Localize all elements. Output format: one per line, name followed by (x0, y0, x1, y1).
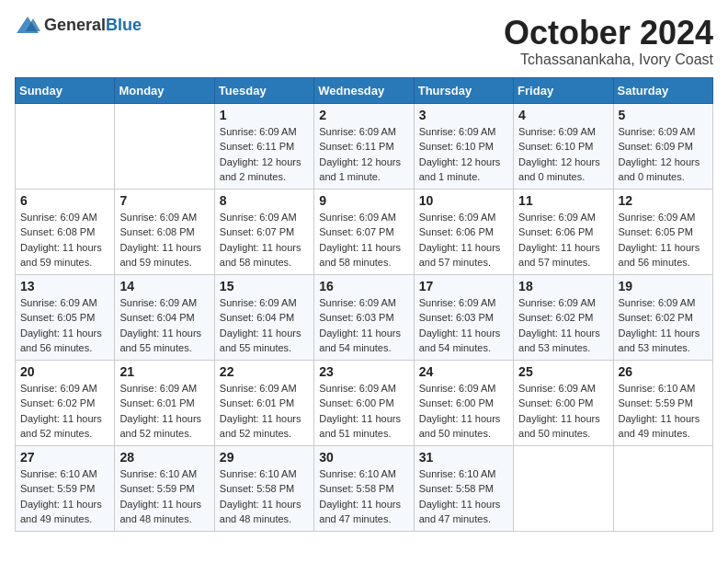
day-info: Sunrise: 6:10 AM Sunset: 5:59 PM Dayligh… (20, 466, 109, 527)
calendar-cell: 17Sunrise: 6:09 AM Sunset: 6:03 PM Dayli… (414, 274, 513, 360)
day-info: Sunrise: 6:09 AM Sunset: 6:10 PM Dayligh… (518, 124, 608, 185)
calendar-cell: 25Sunrise: 6:09 AM Sunset: 6:00 PM Dayli… (514, 360, 613, 445)
weekday-header: Saturday (613, 77, 712, 103)
day-number: 6 (20, 193, 109, 208)
day-info: Sunrise: 6:10 AM Sunset: 5:59 PM Dayligh… (619, 381, 708, 442)
calendar-cell (613, 445, 712, 531)
day-info: Sunrise: 6:09 AM Sunset: 6:00 PM Dayligh… (319, 381, 408, 442)
location-title: Tchassanankaha, Ivory Coast (504, 52, 713, 68)
weekday-header: Tuesday (214, 77, 313, 103)
day-number: 16 (319, 279, 408, 293)
calendar-cell: 22Sunrise: 6:09 AM Sunset: 6:01 PM Dayli… (214, 360, 313, 445)
logo: GeneralBlue (15, 15, 142, 35)
calendar-cell: 4Sunrise: 6:09 AM Sunset: 6:10 PM Daylig… (514, 103, 613, 189)
day-number: 30 (319, 450, 408, 465)
calendar-cell: 5Sunrise: 6:09 AM Sunset: 6:09 PM Daylig… (613, 103, 712, 189)
day-info: Sunrise: 6:09 AM Sunset: 6:03 PM Dayligh… (419, 295, 508, 356)
day-number: 8 (220, 193, 309, 208)
day-info: Sunrise: 6:09 AM Sunset: 6:11 PM Dayligh… (220, 124, 309, 185)
logo-text-general: General (44, 16, 106, 34)
day-info: Sunrise: 6:09 AM Sunset: 6:08 PM Dayligh… (20, 210, 109, 270)
calendar-cell: 14Sunrise: 6:09 AM Sunset: 6:04 PM Dayli… (115, 274, 214, 360)
day-info: Sunrise: 6:09 AM Sunset: 6:01 PM Dayligh… (220, 381, 309, 442)
day-info: Sunrise: 6:09 AM Sunset: 6:06 PM Dayligh… (419, 210, 508, 270)
calendar-cell: 26Sunrise: 6:10 AM Sunset: 5:59 PM Dayli… (613, 360, 712, 445)
title-area: October 2024 Tchassanankaha, Ivory Coast (504, 15, 713, 68)
day-number: 25 (518, 364, 608, 379)
calendar-cell: 2Sunrise: 6:09 AM Sunset: 6:11 PM Daylig… (314, 103, 414, 189)
day-info: Sunrise: 6:09 AM Sunset: 6:08 PM Dayligh… (119, 210, 209, 270)
calendar-cell: 16Sunrise: 6:09 AM Sunset: 6:03 PM Dayli… (314, 274, 414, 360)
day-number: 27 (20, 450, 109, 465)
day-number: 22 (220, 364, 309, 379)
day-number: 10 (419, 193, 508, 208)
day-number: 7 (119, 193, 209, 208)
day-info: Sunrise: 6:09 AM Sunset: 6:07 PM Dayligh… (319, 210, 408, 270)
calendar-header: SundayMondayTuesdayWednesdayThursdayFrid… (16, 77, 713, 103)
weekday-header: Wednesday (314, 77, 414, 103)
month-title: October 2024 (504, 15, 713, 52)
calendar-cell: 23Sunrise: 6:09 AM Sunset: 6:00 PM Dayli… (314, 360, 414, 445)
day-number: 4 (518, 108, 608, 122)
day-number: 21 (119, 364, 209, 379)
calendar-table: SundayMondayTuesdayWednesdayThursdayFrid… (15, 77, 713, 532)
calendar-cell: 15Sunrise: 6:09 AM Sunset: 6:04 PM Dayli… (214, 274, 313, 360)
day-number: 5 (619, 108, 708, 122)
calendar-cell: 8Sunrise: 6:09 AM Sunset: 6:07 PM Daylig… (214, 189, 313, 274)
page-header: GeneralBlue October 2024 Tchassanankaha,… (15, 15, 713, 68)
day-info: Sunrise: 6:10 AM Sunset: 5:58 PM Dayligh… (419, 466, 508, 527)
day-number: 11 (518, 193, 608, 208)
calendar-cell: 9Sunrise: 6:09 AM Sunset: 6:07 PM Daylig… (314, 189, 414, 274)
calendar-week-row: 20Sunrise: 6:09 AM Sunset: 6:02 PM Dayli… (16, 360, 713, 445)
day-number: 13 (20, 279, 109, 293)
day-info: Sunrise: 6:10 AM Sunset: 5:59 PM Dayligh… (119, 466, 209, 527)
day-number: 1 (220, 108, 309, 122)
calendar-cell: 7Sunrise: 6:09 AM Sunset: 6:08 PM Daylig… (115, 189, 214, 274)
calendar-cell (514, 445, 613, 531)
day-info: Sunrise: 6:09 AM Sunset: 6:03 PM Dayligh… (319, 295, 408, 356)
day-number: 19 (619, 279, 708, 293)
calendar-cell: 29Sunrise: 6:10 AM Sunset: 5:58 PM Dayli… (214, 445, 313, 531)
day-info: Sunrise: 6:10 AM Sunset: 5:58 PM Dayligh… (220, 466, 309, 527)
calendar-body: 1Sunrise: 6:09 AM Sunset: 6:11 PM Daylig… (16, 103, 713, 531)
day-info: Sunrise: 6:09 AM Sunset: 6:06 PM Dayligh… (518, 210, 608, 270)
day-number: 17 (419, 279, 508, 293)
calendar-cell (16, 103, 115, 189)
day-info: Sunrise: 6:10 AM Sunset: 5:58 PM Dayligh… (319, 466, 408, 527)
calendar-cell: 21Sunrise: 6:09 AM Sunset: 6:01 PM Dayli… (115, 360, 214, 445)
calendar-week-row: 1Sunrise: 6:09 AM Sunset: 6:11 PM Daylig… (16, 103, 713, 189)
calendar-week-row: 6Sunrise: 6:09 AM Sunset: 6:08 PM Daylig… (16, 189, 713, 274)
calendar-cell: 3Sunrise: 6:09 AM Sunset: 6:10 PM Daylig… (414, 103, 513, 189)
calendar-cell: 30Sunrise: 6:10 AM Sunset: 5:58 PM Dayli… (314, 445, 414, 531)
day-info: Sunrise: 6:09 AM Sunset: 6:04 PM Dayligh… (220, 295, 309, 356)
calendar-cell: 31Sunrise: 6:10 AM Sunset: 5:58 PM Dayli… (414, 445, 513, 531)
day-number: 26 (619, 364, 708, 379)
weekday-row: SundayMondayTuesdayWednesdayThursdayFrid… (16, 77, 713, 103)
calendar-cell: 11Sunrise: 6:09 AM Sunset: 6:06 PM Dayli… (514, 189, 613, 274)
calendar-cell: 1Sunrise: 6:09 AM Sunset: 6:11 PM Daylig… (214, 103, 313, 189)
day-info: Sunrise: 6:09 AM Sunset: 6:05 PM Dayligh… (619, 210, 708, 270)
day-number: 9 (319, 193, 408, 208)
weekday-header: Friday (514, 77, 613, 103)
calendar-cell: 24Sunrise: 6:09 AM Sunset: 6:00 PM Dayli… (414, 360, 513, 445)
day-number: 12 (619, 193, 708, 208)
calendar-cell: 20Sunrise: 6:09 AM Sunset: 6:02 PM Dayli… (16, 360, 115, 445)
day-number: 23 (319, 364, 408, 379)
day-number: 15 (220, 279, 309, 293)
calendar-cell: 28Sunrise: 6:10 AM Sunset: 5:59 PM Dayli… (115, 445, 214, 531)
calendar-cell: 18Sunrise: 6:09 AM Sunset: 6:02 PM Dayli… (514, 274, 613, 360)
calendar-cell: 19Sunrise: 6:09 AM Sunset: 6:02 PM Dayli… (613, 274, 712, 360)
weekday-header: Sunday (16, 77, 115, 103)
day-number: 14 (119, 279, 209, 293)
logo-text-blue: Blue (106, 16, 142, 34)
calendar-cell: 27Sunrise: 6:10 AM Sunset: 5:59 PM Dayli… (16, 445, 115, 531)
day-info: Sunrise: 6:09 AM Sunset: 6:09 PM Dayligh… (619, 124, 708, 185)
day-info: Sunrise: 6:09 AM Sunset: 6:00 PM Dayligh… (419, 381, 508, 442)
calendar-cell: 13Sunrise: 6:09 AM Sunset: 6:05 PM Dayli… (16, 274, 115, 360)
calendar-week-row: 13Sunrise: 6:09 AM Sunset: 6:05 PM Dayli… (16, 274, 713, 360)
day-info: Sunrise: 6:09 AM Sunset: 6:07 PM Dayligh… (220, 210, 309, 270)
day-number: 28 (119, 450, 209, 465)
day-number: 31 (419, 450, 508, 465)
calendar-week-row: 27Sunrise: 6:10 AM Sunset: 5:59 PM Dayli… (16, 445, 713, 531)
day-info: Sunrise: 6:09 AM Sunset: 6:11 PM Dayligh… (319, 124, 408, 185)
